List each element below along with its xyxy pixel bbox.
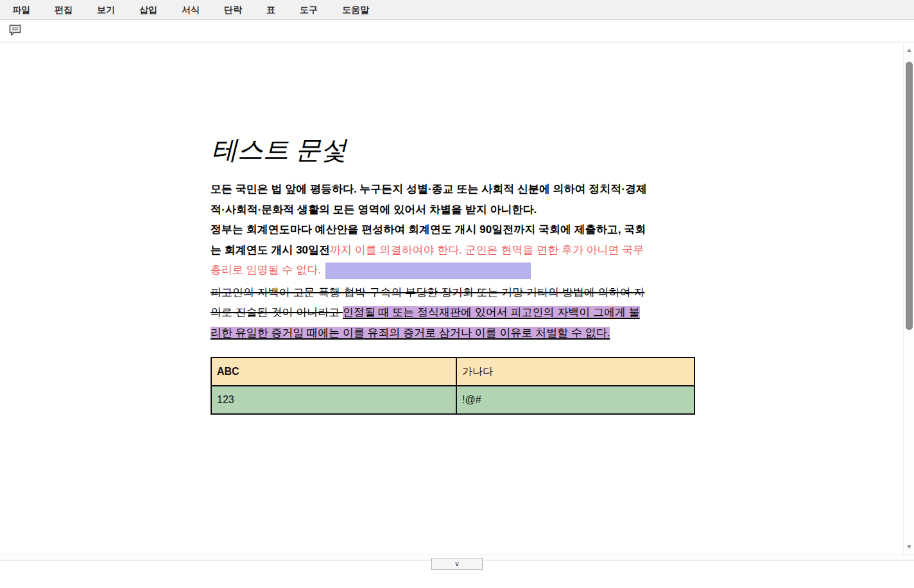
text-line: 모든 국민은 법 앞에 평등하다. 누구든지 성별·종교 또는 사회적 신분에 … [211, 179, 694, 200]
paragraph-equality: 모든 국민은 법 앞에 평등하다. 누구든지 성별·종교 또는 사회적 신분에 … [211, 179, 694, 220]
vertical-scrollbar[interactable]: ▲ ▼ [903, 43, 914, 555]
text-line: 총리로 임명될 수 없다. [211, 260, 694, 281]
scrollbar-thumb[interactable] [906, 62, 913, 330]
menu-bar: 파일 편집 보기 삽입 서식 단락 표 도구 도움말 [0, 0, 914, 20]
menu-edit[interactable]: 편집 [42, 0, 85, 20]
table-row: 123 !@# [211, 386, 694, 414]
table-cell[interactable]: !@# [456, 386, 694, 414]
bold-text-run: 정부는 회계연도마다 예산안을 편성하여 회계연도 개시 90일전까지 국회에 … [211, 223, 646, 236]
red-text-run: 총리로 임명될 수 없다. [211, 264, 324, 276]
scroll-down-icon[interactable]: ▼ [904, 543, 914, 551]
chevron-down-icon: ∨ [454, 560, 460, 567]
bottom-panel: ∨ [0, 555, 914, 588]
menu-format[interactable]: 서식 [169, 0, 212, 20]
document-title: 테스트 문섳 [212, 134, 694, 166]
red-text-run: 까지 이를 의결하여야 한다. 군인은 현역을 면한 후가 아니면 국무 [330, 244, 644, 256]
text-line: 의로 진술된 것이 아니라고 인정될 때 또는 정식재판에 있어서 피고인의 자… [211, 302, 694, 323]
menu-paragraph[interactable]: 단락 [212, 0, 254, 20]
strikethrough-text-run: 의로 진술된 것이 아니라고 [211, 306, 343, 318]
menu-insert[interactable]: 삽입 [127, 0, 169, 20]
menu-table[interactable]: 표 [254, 0, 288, 20]
text-line: 피고인의 자백이 고문·폭행·협박·구속의 부당한 장기회 또는 기망 기타의 … [211, 282, 694, 303]
divider [0, 555, 914, 555]
table-row: ABC 가나다 [211, 358, 694, 386]
lavender-highlight-block [325, 263, 531, 279]
expand-panel-button[interactable]: ∨ [431, 558, 483, 570]
table-cell[interactable]: ABC [211, 358, 456, 386]
strikethrough-text-run: 피고인의 자백이 고문·폭행·협박·구속의 부당한 장기회 또는 기망 기타의 … [211, 286, 644, 298]
editor-canvas[interactable]: 테스트 문섳 모든 국민은 법 앞에 평등하다. 누구든지 성별·종교 또는 사… [211, 43, 694, 415]
comment-button[interactable] [8, 24, 23, 39]
highlighted-underline-text-run: 리한 유일한 증거일 때에는 이를 유죄의 증거로 삼거나 이를 이유로 처벌할… [211, 327, 610, 339]
comment-icon [9, 24, 22, 38]
paragraph-confession: 피고인의 자백이 고문·폭행·협박·구속의 부당한 장기회 또는 기망 기타의 … [211, 282, 694, 343]
menu-file[interactable]: 파일 [0, 0, 42, 20]
toolbar [0, 21, 914, 42]
table-cell[interactable]: 123 [211, 386, 456, 414]
menu-help[interactable]: 도움말 [330, 0, 381, 20]
table-cell[interactable]: 가나다 [456, 358, 694, 386]
scroll-up-icon[interactable]: ▲ [904, 46, 914, 54]
text-line: 정부는 회계연도마다 예산안을 편성하여 회계연도 개시 90일전까지 국회에 … [211, 220, 694, 240]
menu-view[interactable]: 보기 [85, 0, 127, 20]
text-line: 적·사회적·문화적 생활의 모든 영역에 있어서 차별을 받지 아니한다. [211, 200, 694, 220]
bold-text-run: 는 회계연도 개시 30일전 [211, 244, 330, 256]
word-processor-app: 파일 편집 보기 삽입 서식 단락 표 도구 도움말 테스트 문섳 [0, 0, 914, 588]
paragraph-budget: 정부는 회계연도마다 예산안을 편성하여 회계연도 개시 90일전까지 국회에 … [211, 220, 694, 281]
highlighted-underline-text-run: 인정될 때 또는 정식재판에 있어서 피고인의 자백이 그에게 불 [343, 306, 640, 318]
menu-tools[interactable]: 도구 [288, 0, 330, 20]
text-line: 는 회계연도 개시 30일전까지 이를 의결하여야 한다. 군인은 현역을 면한… [211, 240, 694, 261]
text-line: 리한 유일한 증거일 때에는 이를 유죄의 증거로 삼거나 이를 이유로 처벌할… [211, 323, 694, 343]
document-table: ABC 가나다 123 !@# [211, 357, 695, 415]
document-area: 테스트 문섳 모든 국민은 법 앞에 평등하다. 누구든지 성별·종교 또는 사… [0, 43, 914, 555]
